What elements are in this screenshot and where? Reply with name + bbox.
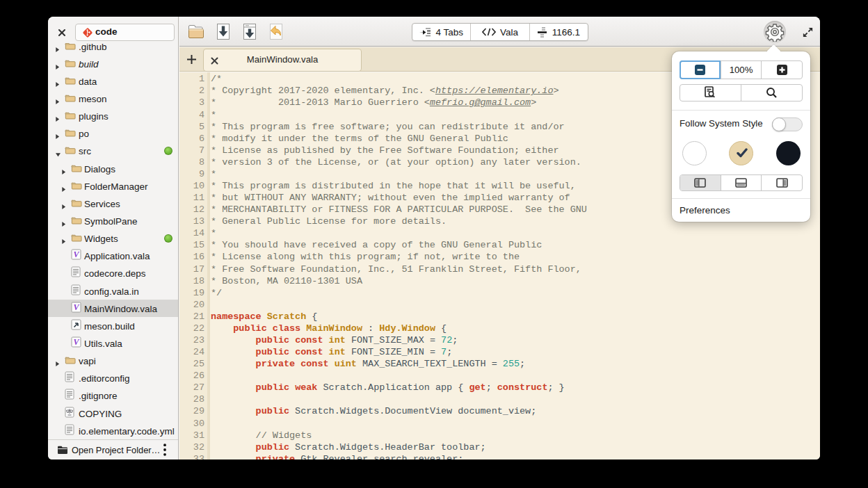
svg-text:V: V: [73, 302, 79, 312]
svg-text:V: V: [73, 337, 79, 347]
svg-text:V: V: [73, 250, 79, 259]
